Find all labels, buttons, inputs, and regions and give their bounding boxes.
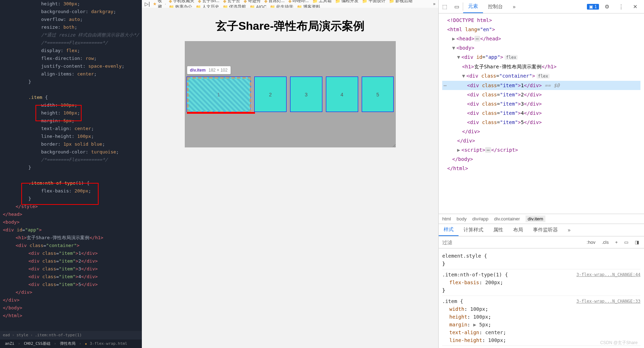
code-line[interactable]: align-items: center; [3,70,142,78]
code-line[interactable]: <div class="container"> [3,242,142,249]
more-tabs-icon[interactable]: » [563,227,576,233]
path-seg[interactable]: CH02_CSS基础 [22,339,52,348]
code-line[interactable]: background-color: darkgray; [3,8,142,16]
crumb[interactable]: ead [3,331,10,339]
code-line[interactable]: <div class="item">4</div> [3,273,142,281]
crumb[interactable]: style [17,331,28,339]
code-line[interactable]: line-height: 100px; [3,133,142,140]
tab-styles[interactable]: 样式 [439,224,459,236]
close-icon[interactable]: ✕ [629,4,641,10]
element-node[interactable]: ▼<div class="container">flex [442,71,640,81]
flex-item[interactable]: 3 [290,77,322,112]
kebab-icon[interactable]: ⋮ [615,4,627,10]
code-line[interactable]: overflow: auto; [3,16,142,23]
element-node[interactable]: </body> [442,155,640,164]
element-node[interactable]: ▼<div id="app">flex [442,52,640,62]
computed-icon[interactable]: ▭ [622,239,631,246]
element-node[interactable]: <div class="item">5</div> [442,118,640,127]
crumb[interactable]: body [457,216,467,221]
more-icon[interactable]: » [433,1,435,6]
bookmark-item[interactable]: ◆奇迹秀 [244,0,261,4]
flex-item[interactable]: 5 [362,77,394,112]
bookmark-item[interactable]: 📁工具箱 [312,0,332,4]
flex-item[interactable]: 1 [187,77,251,112]
code-line[interactable]: </head> [3,211,142,218]
code-line[interactable]: <div class="item">2</div> [3,257,142,265]
element-node[interactable]: ▶<head>⋯</head> [442,34,640,43]
code-line[interactable]: height: 300px; [3,0,142,8]
element-node[interactable]: </div> [442,136,640,145]
inspect-icon[interactable]: ⬚ [439,4,451,10]
code-line[interactable]: </div> [3,296,142,304]
element-node[interactable]: <html lang="en"> [442,25,640,34]
crumb-active[interactable]: div.item [526,215,545,222]
code-line[interactable]: <div id="app"> [3,226,142,234]
bookmark-item[interactable]: 📁影视后期 [389,0,412,4]
filter-input[interactable] [439,240,584,245]
code-line[interactable]: </body> [3,304,142,312]
style-rule[interactable]: element.style {} [442,251,640,269]
editor-breadcrumb[interactable]: ead› style› .item:nth-of-type(1) [0,331,142,339]
crumb[interactable]: .item:nth-of-type(1) [35,331,82,339]
crumb[interactable]: div#app [472,216,489,221]
element-node[interactable]: ▼<body> [442,43,640,52]
flex-item[interactable]: 2 [254,77,287,112]
file-name[interactable]: ⬥ 3-flex-wrap.html [83,339,129,348]
code-line[interactable]: /*========Flex========*/ [3,156,142,164]
cls-button[interactable]: .cls [600,239,611,246]
styles-pane[interactable]: element.style {}.item:nth-of-type(1) {3-… [439,248,644,348]
element-node[interactable]: <div class="item">3</div> [442,99,640,108]
add-rule-button[interactable]: + [613,239,620,246]
code-line[interactable]: justify-content: space-evenly; [3,62,142,70]
code-line[interactable]: </div> [3,288,142,296]
bookmark-item[interactable]: 📁平面设计 [362,0,385,4]
bookmark-item[interactable]: ◆玄子云 [223,0,240,4]
path-seg[interactable]: 弹性布局 [58,339,78,348]
code-line[interactable]: resize: both; [3,23,142,31]
code-line[interactable]: display: flex; [3,47,142,55]
demo-flex-container[interactable]: div.item 182 × 102 1 2 3 4 5 [185,41,396,147]
code-line[interactable] [3,86,142,94]
dom-breadcrumb[interactable]: html body div#app div.container div.item [439,214,644,224]
issues-badge[interactable]: ▣1 [587,4,599,10]
tab-listeners[interactable]: 事件监听器 [528,227,563,233]
bookmark-item[interactable]: ◆首席灯... [264,0,285,4]
bookmark-item[interactable]: ◆哔哩哔... [288,0,309,4]
crumb[interactable]: html [442,216,451,221]
element-node[interactable]: ▶<script>⋯</script> [442,145,640,155]
bookmark-item[interactable]: ◆手机收藏夹 [169,0,194,4]
element-node[interactable]: <h1>玄子Share-弹性布局演示案例</h1> [442,62,640,71]
style-rule[interactable]: .item:nth-of-type(1) {3-flex-wrap...N_CH… [442,269,640,296]
code-line[interactable]: .item { [3,94,142,101]
code-line[interactable] [3,172,142,179]
path-seg[interactable]: anZi [3,339,17,348]
flex-item[interactable]: 4 [326,77,358,112]
code-line[interactable]: <div class="item">5</div> [3,281,142,288]
code-line[interactable]: /*========Flex========*/ [3,39,142,47]
elements-tree[interactable]: <!DOCTYPE html><html lang="en">▶<head>⋯<… [439,13,644,214]
code-line[interactable]: /*通过 resize 样式自由调整演示容器大小*/ [3,31,142,39]
more-tabs-icon[interactable]: » [508,0,521,13]
element-node[interactable]: <!DOCTYPE html> [442,16,640,25]
hov-button[interactable]: :hov [584,239,598,246]
element-node[interactable]: <div class="item">2</div> [442,90,640,99]
element-node[interactable]: <div class="item">4</div> [442,108,640,118]
code-line[interactable]: } [3,78,142,86]
panel-icon[interactable]: ◨ [633,239,641,246]
code-area[interactable]: height: 300px;background-color: darkgray… [0,0,142,331]
style-rule[interactable]: .item {3-flex-wrap...N_CHANGE:33width: 1… [442,296,640,346]
bookmark-bar[interactable]: ▷| ★收藏 · ◆手机收藏夹◆玄子Sh...◆玄子云◆奇迹秀◆首席灯...◆哔… [142,0,438,8]
tab-computed[interactable]: 计算样式 [459,227,488,233]
code-line[interactable]: <div class="item">1</div> [3,249,142,257]
code-line[interactable]: border: 1px solid blue; [3,140,142,148]
code-line[interactable]: flex-direction: row; [3,55,142,62]
code-line[interactable]: <h1>玄子Share-弹性布局演示案例</h1> [3,234,142,242]
code-line[interactable]: } [3,164,142,172]
code-line[interactable]: <body> [3,218,142,226]
source-link[interactable]: 3-flex-wrap...N_CHANGE:33 [576,297,640,305]
code-line[interactable]: <div class="item">3</div> [3,265,142,273]
device-icon[interactable]: ▭ [451,4,463,10]
tab-elements[interactable]: 元素 [463,0,483,13]
nav-forward-icon[interactable]: ▷| [145,1,150,7]
code-line[interactable]: background-color: turquoise; [3,148,142,156]
